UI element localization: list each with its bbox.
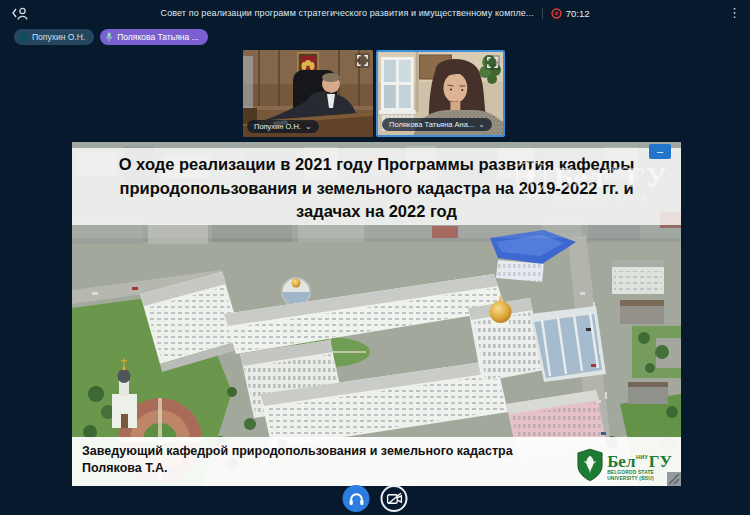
slide-title-line: задачах на 2022 год — [72, 200, 681, 224]
fullscreen-icon — [356, 54, 369, 67]
headphones-icon — [348, 491, 364, 506]
minimize-presentation-button[interactable]: – — [649, 144, 671, 159]
video-name-tag[interactable]: Попухин О.Н. ⌄ — [247, 120, 319, 133]
talking-indicator-popukhin[interactable]: Попухин О.Н. — [14, 29, 94, 45]
belgu-logo: БелНИУГУ BELGOROD STATE UNIVERSITY (BSU) — [577, 448, 672, 482]
fullscreen-button[interactable] — [485, 55, 500, 70]
talking-indicator-label: Попухин О.Н. — [32, 32, 85, 42]
webcam-area: Попухин О.Н. ⌄ — [243, 50, 505, 137]
watermark-name: БелНИУГУ — [554, 155, 667, 192]
video-user-name: Попухин О.Н. — [254, 122, 301, 131]
minimize-icon: – — [657, 145, 663, 157]
belgu-shield-icon — [577, 448, 603, 482]
watermark-subtitle: BELGOROD STATE — [554, 194, 667, 203]
chevron-down-icon: ⌄ — [478, 122, 485, 127]
muted-speaker-icon — [19, 33, 28, 42]
resize-grip-icon — [667, 472, 681, 486]
resize-handle[interactable] — [667, 472, 681, 486]
logo-name: БелНИУГУ — [607, 449, 672, 470]
webcam-button[interactable] — [381, 485, 408, 512]
webcam-off-icon — [386, 492, 402, 505]
talking-indicator-label: Полякова Татьяна ... — [117, 32, 198, 42]
top-bar: Совет по реализации программ стратегичес… — [0, 0, 750, 26]
microphone-icon — [105, 32, 113, 42]
talking-indicators: Попухин О.Н. Полякова Татьяна ... — [14, 29, 208, 45]
action-bar — [343, 485, 408, 512]
belgu-shield-icon — [516, 159, 546, 199]
record-icon — [551, 8, 562, 19]
video-user-name: Полякова Татьяна Ана... — [389, 120, 474, 129]
chevron-down-icon: ⌄ — [305, 124, 312, 129]
topbar-center: Совет по реализации программ стратегичес… — [0, 0, 750, 26]
slide-caption: Заведующий кафедрой природопользования и… — [72, 437, 681, 486]
audio-button[interactable] — [343, 485, 370, 512]
topbar-separator — [542, 8, 543, 19]
recording-time: 70:12 — [566, 8, 590, 19]
talking-indicator-polyakova[interactable]: Полякова Татьяна ... — [100, 29, 207, 45]
fullscreen-button[interactable] — [355, 53, 370, 68]
video-tile-popukhin: Попухин О.Н. ⌄ — [243, 50, 373, 137]
fullscreen-icon — [486, 56, 499, 69]
logo-subtitle: UNIVERSITY (BSU) — [607, 476, 672, 482]
video-name-tag[interactable]: Полякова Татьяна Ана... ⌄ — [382, 118, 492, 131]
video-tile-polyakova: Полякова Татьяна Ана... ⌄ — [376, 50, 505, 137]
options-menu-button[interactable]: ⋮ — [722, 2, 740, 22]
recording-indicator[interactable]: 70:12 — [551, 8, 590, 19]
kebab-icon: ⋮ — [728, 5, 741, 20]
presentation-area: О ходе реализации в 2021 году Программы … — [72, 142, 681, 486]
belgu-watermark-logo: БелНИУГУ BELGOROD STATE — [516, 155, 667, 203]
meeting-title: Совет по реализации программ стратегичес… — [161, 8, 534, 18]
